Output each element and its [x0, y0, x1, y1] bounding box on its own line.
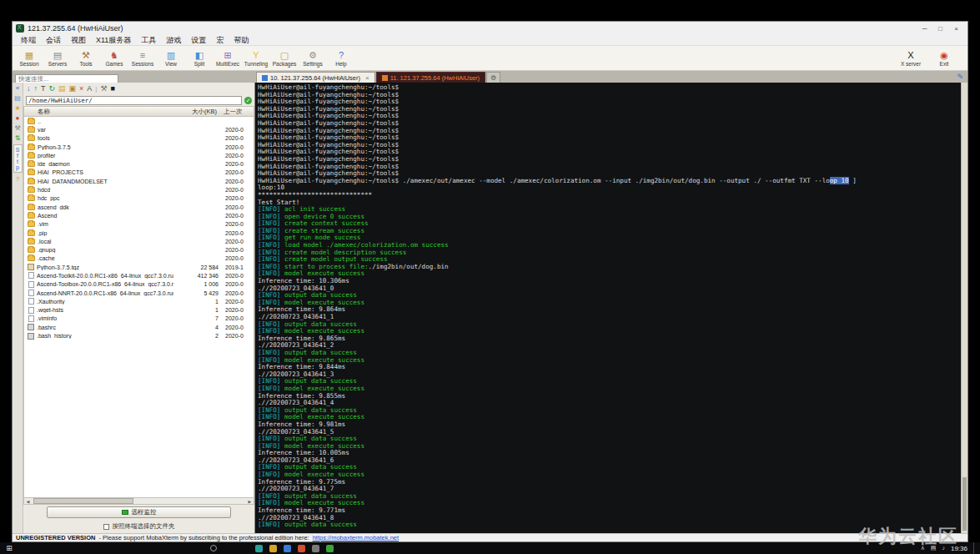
servers-button[interactable]: ▤Servers	[43, 49, 72, 67]
menu-item[interactable]: X11服务器	[91, 35, 136, 46]
terminal-panel[interactable]: HwHiAiUser@ail-fuyangchenghu:~/tools$HwH…	[255, 83, 967, 533]
menu-item[interactable]: 工具	[136, 35, 161, 46]
macros-icon[interactable]: ●	[16, 114, 20, 122]
help-button[interactable]: ?Help	[327, 49, 355, 67]
download-icon[interactable]: ↓	[27, 83, 31, 93]
remote-monitor-button[interactable]: 远程监控	[47, 506, 231, 518]
scroll-left-icon[interactable]: ◀	[24, 499, 32, 504]
terminal-scroll-thumb[interactable]	[962, 477, 967, 531]
close-button[interactable]: ×	[948, 23, 964, 34]
file-row[interactable]: hdcd2020-0	[24, 185, 254, 194]
titlebar[interactable]: 121.37.255.64 (HwHiAiUser) ─ □ ×	[13, 22, 967, 35]
file-row[interactable]: hdc_ppc2020-0	[24, 194, 254, 203]
menu-item[interactable]: 游戏	[161, 35, 186, 46]
taskbar-app-2[interactable]	[269, 545, 277, 552]
taskbar-app-4[interactable]	[298, 545, 305, 552]
split-button[interactable]: ◧Split	[185, 49, 214, 67]
terminal-scrollbar[interactable]	[961, 83, 967, 533]
file-row[interactable]: Python-3.7.5.tgz22 5842019-1	[24, 263, 254, 271]
terminal-follow-icon[interactable]: T	[41, 83, 46, 93]
terminal-tab-2[interactable]: 11. 121.37.255.64 (HwHiAiUser)	[376, 72, 485, 83]
menu-item[interactable]: 终端	[16, 35, 41, 46]
file-row[interactable]: HIAI_DATANDMODELSET2020-0	[24, 177, 254, 185]
stop-icon[interactable]: ■	[111, 83, 115, 93]
file-row[interactable]: .bash_history22020-0	[24, 331, 254, 340]
file-row[interactable]: Python-3.7.52020-0	[24, 143, 254, 151]
file-row[interactable]: .viminfo72020-0	[24, 315, 254, 323]
show-desktop-button[interactable]	[973, 542, 977, 554]
taskbar-app-6[interactable]	[326, 545, 334, 552]
transfer-icon[interactable]: ⇅	[15, 134, 21, 142]
view-button[interactable]: ▥View	[157, 49, 185, 67]
file-row[interactable]: .Xauthority12020-0	[24, 297, 254, 305]
column-date[interactable]: 上一次	[217, 108, 254, 116]
packages-button[interactable]: ▢Packages	[270, 49, 299, 67]
menu-item[interactable]: 会话	[41, 35, 66, 46]
sidebar-tab-sftp[interactable]: Sftp	[13, 144, 23, 173]
multiexec-button[interactable]: ⊞MultiExec	[214, 49, 242, 67]
start-button[interactable]: ⊞	[0, 544, 18, 552]
file-row[interactable]: tools2020-0	[24, 134, 254, 143]
file-row[interactable]: .local2020-0	[24, 237, 254, 245]
collapse-icon[interactable]: «	[16, 84, 19, 92]
scroll-thumb[interactable]	[33, 498, 133, 504]
star-icon[interactable]: ★	[14, 104, 20, 112]
upload-icon[interactable]: ↑	[34, 83, 38, 93]
font-icon[interactable]: A	[87, 83, 92, 93]
file-row[interactable]: .cache2020-0	[24, 254, 254, 263]
servers-icon[interactable]: ▤	[14, 94, 21, 102]
help-icon[interactable]: ?	[16, 175, 19, 183]
file-row[interactable]: ..	[24, 117, 254, 125]
file-list-hscrollbar[interactable]: ◀ ▶	[23, 497, 254, 505]
file-row[interactable]: HIAI_PROJECTS2020-0	[24, 169, 254, 177]
exit-button[interactable]: ◉Exit	[930, 49, 958, 67]
menu-item[interactable]: 设置	[186, 35, 211, 46]
delete-icon[interactable]: ×	[79, 83, 83, 93]
file-row[interactable]: Ascend-Toolbox-20.0.0.RC1-x86_64-linux_g…	[24, 280, 254, 289]
games-button[interactable]: ♞Games	[100, 49, 128, 67]
file-row[interactable]: ascend_ddk2020-0	[24, 203, 254, 211]
minimize-button[interactable]: ─	[917, 23, 932, 34]
tab-close-icon[interactable]: ×	[365, 74, 369, 82]
file-row[interactable]: .gnupg2020-0	[24, 245, 254, 254]
tab-settings[interactable]: ⚙	[486, 72, 500, 83]
new-folder-icon[interactable]: ▤	[58, 83, 66, 93]
column-name[interactable]: 名称	[24, 108, 168, 116]
terminal-output[interactable]: HwHiAiUser@ail-fuyangchenghu:~/tools$HwH…	[255, 83, 961, 533]
menu-item[interactable]: 视图	[66, 35, 91, 46]
menu-item[interactable]: 帮助	[229, 35, 254, 46]
tools-icon[interactable]: ⚒	[14, 124, 20, 132]
file-row[interactable]: var2020-0	[24, 125, 254, 133]
x-server-button[interactable]: XX server	[897, 49, 925, 67]
settings-button[interactable]: ⚙Settings	[299, 49, 327, 67]
taskbar-app-5[interactable]	[312, 545, 319, 552]
terminal-tab-1[interactable]: 10. 121.37.255.64 (HwHiAiUser)×	[256, 72, 375, 83]
wrench-icon[interactable]: ⚒	[100, 83, 107, 93]
tools-button[interactable]: ⚒Tools	[72, 49, 100, 67]
file-row[interactable]: profiler2020-0	[24, 151, 254, 159]
refresh-icon[interactable]: ↻	[49, 83, 56, 93]
file-row[interactable]: Ascend2020-0	[24, 211, 254, 219]
edit-tab-icon[interactable]: ✎	[952, 73, 967, 81]
session-button[interactable]: ▦Session	[15, 49, 43, 67]
file-row[interactable]: .bashrc42020-0	[24, 323, 254, 331]
menu-item[interactable]: 宏	[211, 35, 229, 46]
sessions-button[interactable]: ≡Sessions	[128, 49, 157, 67]
file-list-header[interactable]: 名称 大小(KB) 上一次	[23, 106, 254, 117]
scroll-right-icon[interactable]: ▶	[246, 499, 254, 504]
file-row[interactable]: .wget-hsts12020-0	[24, 306, 254, 315]
column-size[interactable]: 大小(KB)	[168, 108, 217, 116]
taskbar-app-1[interactable]	[255, 545, 263, 552]
file-row[interactable]: ide_daemon2020-0	[24, 159, 254, 168]
maximize-button[interactable]: □	[932, 23, 948, 34]
file-row[interactable]: Ascend-NNRT-20.0.0.RC1-x86_64-linux_gcc7…	[24, 289, 254, 297]
file-row[interactable]: .vim2020-0	[24, 220, 254, 229]
file-row[interactable]: Ascend-Toolkit-20.0.0.RC1-x86_64-linux_g…	[24, 271, 254, 280]
file-row[interactable]: .pip2020-0	[24, 229, 254, 237]
follow-terminal-checkbox[interactable]	[103, 524, 109, 530]
tunneling-button[interactable]: YTunneling	[242, 49, 270, 67]
path-input[interactable]	[26, 96, 242, 105]
mobatek-link[interactable]: https://mobaxterm.mobatek.net	[313, 534, 399, 541]
search-icon[interactable]	[210, 545, 217, 551]
copy-icon[interactable]: ▣	[69, 83, 77, 93]
